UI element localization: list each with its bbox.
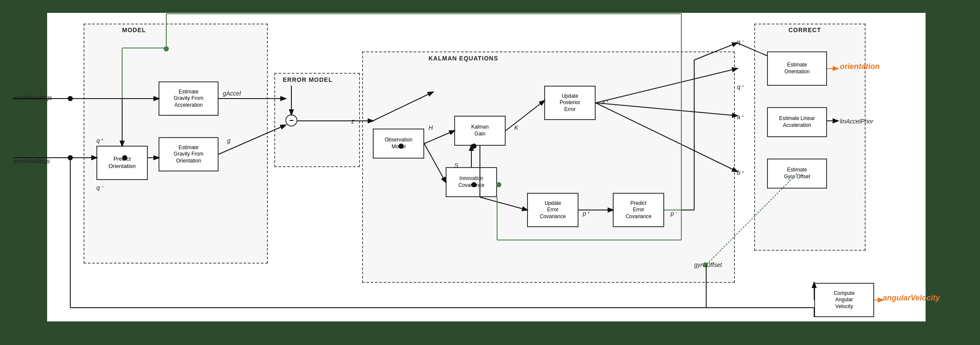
kalman-gain-block: Kalman Gain bbox=[454, 116, 506, 146]
predict-orientation-block: Predict Orientation bbox=[96, 146, 148, 180]
g-accel-label: gAccel bbox=[223, 90, 241, 97]
estimate-gyro-offset-block: Estimate Gyro Offset bbox=[767, 159, 827, 189]
estimate-gravity-orient-block: Estimate Gravity From Orientation bbox=[159, 137, 219, 171]
diagram-container: MODEL ERROR MODEL KALMAN EQUATIONS CORRE… bbox=[0, 0, 980, 345]
p-minus-label: p⁻ bbox=[671, 210, 677, 217]
subtractor-node: − bbox=[285, 114, 297, 126]
estimate-gravity-accel-block: Estimate Gravity From Acceleration bbox=[159, 81, 219, 116]
angular-velocity-label: angularVelocity bbox=[883, 294, 940, 303]
q-minus-label: q⁻ bbox=[96, 184, 103, 191]
update-error-covariance-block: Update Error Covariance bbox=[527, 193, 578, 227]
green-junction-innov bbox=[496, 182, 501, 187]
predict-error-covariance-block: Predict Error Covariance bbox=[613, 193, 664, 227]
correct-label: CORRECT bbox=[788, 27, 821, 33]
b-plus-label: b⁺ bbox=[737, 169, 743, 176]
junction-obs-1 bbox=[399, 144, 404, 149]
innovation-covariance-block: Innovation Covariance bbox=[446, 167, 497, 197]
kalman-label: KALMAN EQUATIONS bbox=[429, 55, 498, 62]
h-label: H bbox=[429, 124, 433, 131]
g-label: g bbox=[227, 137, 231, 144]
lin-accel-prior-label: linAccelPrior bbox=[840, 118, 873, 125]
q-plus-predict-label: q⁺ bbox=[96, 137, 103, 144]
compute-angular-velocity-block: Compute Angular Velocity bbox=[814, 283, 874, 317]
estimate-linear-accel-block: Estimate Linear Acceleration bbox=[767, 107, 827, 137]
accel-readings-label: accelReadings bbox=[13, 94, 52, 101]
k-label: K bbox=[514, 124, 518, 131]
x-plus-label: x⁺ bbox=[602, 99, 608, 105]
orientation-output-label: orientation bbox=[840, 62, 880, 71]
junction-gyro-1 bbox=[68, 155, 73, 160]
junction-kalman-1 bbox=[471, 144, 477, 149]
q-plus-correct-label: q⁺ bbox=[737, 84, 743, 90]
q-minus-top-label: q⁻ bbox=[737, 39, 743, 45]
green-junction-gyro bbox=[703, 262, 708, 267]
a-plus-label: a⁺ bbox=[737, 114, 743, 120]
green-junction-top bbox=[164, 46, 169, 51]
estimate-orientation-block: Estimate Orientation bbox=[767, 51, 827, 86]
gyro-readings-label: gyroReadings bbox=[13, 158, 50, 165]
s-label: S bbox=[454, 162, 458, 169]
update-posterior-error-block: Update Posterior Error bbox=[544, 86, 596, 120]
junction-accel-1 bbox=[68, 96, 73, 101]
z-label: z bbox=[351, 118, 354, 125]
junction-innov-1 bbox=[471, 182, 477, 187]
junction-gyro-2 bbox=[122, 155, 127, 160]
model-label: MODEL bbox=[122, 27, 146, 33]
observation-model-block: Observation Model bbox=[373, 129, 424, 159]
gyro-offset-label: gyroOffset bbox=[694, 261, 722, 268]
error-model-label: ERROR MODEL bbox=[283, 76, 333, 83]
p-plus-label: p⁺ bbox=[583, 210, 589, 217]
